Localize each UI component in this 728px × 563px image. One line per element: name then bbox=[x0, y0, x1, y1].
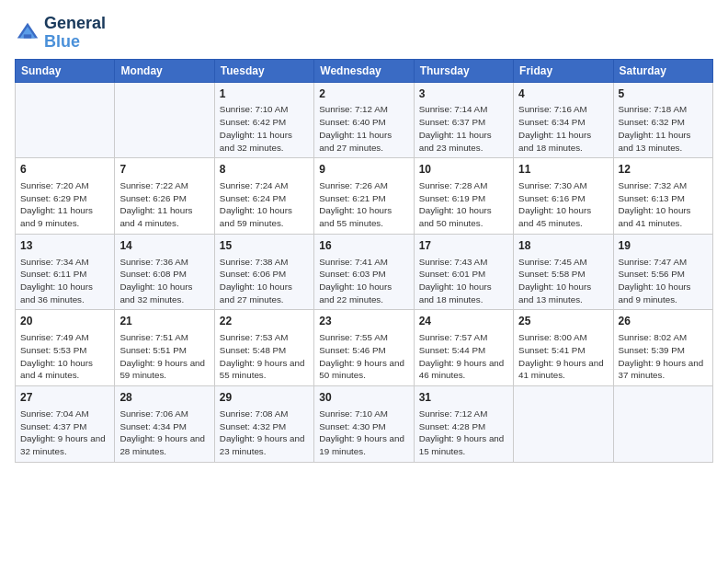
calendar-cell: 14Sunrise: 7:36 AM Sunset: 6:08 PM Dayli… bbox=[115, 234, 214, 310]
calendar-cell: 5Sunrise: 7:18 AM Sunset: 6:32 PM Daylig… bbox=[613, 82, 712, 158]
calendar-cell bbox=[16, 82, 115, 158]
day-detail: Sunrise: 7:43 AM Sunset: 6:01 PM Dayligh… bbox=[419, 256, 508, 306]
day-detail: Sunrise: 7:14 AM Sunset: 6:37 PM Dayligh… bbox=[419, 103, 508, 154]
day-detail: Sunrise: 7:49 AM Sunset: 5:53 PM Dayligh… bbox=[20, 331, 109, 382]
calendar-cell: 30Sunrise: 7:10 AM Sunset: 4:30 PM Dayli… bbox=[314, 386, 414, 463]
day-header-monday: Monday bbox=[115, 59, 214, 82]
day-detail: Sunrise: 8:02 AM Sunset: 5:39 PM Dayligh… bbox=[619, 331, 708, 382]
day-number: 2 bbox=[319, 86, 408, 102]
calendar-cell: 28Sunrise: 7:06 AM Sunset: 4:34 PM Dayli… bbox=[115, 386, 214, 463]
day-number: 1 bbox=[220, 86, 309, 102]
day-number: 8 bbox=[220, 162, 309, 178]
day-detail: Sunrise: 7:16 AM Sunset: 6:34 PM Dayligh… bbox=[518, 103, 608, 154]
day-number: 10 bbox=[419, 162, 508, 178]
calendar-cell: 4Sunrise: 7:16 AM Sunset: 6:34 PM Daylig… bbox=[514, 82, 613, 158]
day-detail: Sunrise: 7:57 AM Sunset: 5:44 PM Dayligh… bbox=[419, 331, 508, 382]
calendar-cell bbox=[613, 386, 712, 463]
calendar-cell: 9Sunrise: 7:26 AM Sunset: 6:21 PM Daylig… bbox=[314, 158, 414, 235]
day-number: 12 bbox=[619, 162, 708, 178]
calendar-cell: 26Sunrise: 8:02 AM Sunset: 5:39 PM Dayli… bbox=[613, 310, 712, 386]
logo-text: General Blue bbox=[44, 15, 106, 52]
calendar-cell: 12Sunrise: 7:32 AM Sunset: 6:13 PM Dayli… bbox=[613, 158, 712, 235]
day-number: 5 bbox=[619, 86, 708, 102]
day-number: 11 bbox=[518, 162, 608, 178]
day-detail: Sunrise: 7:22 AM Sunset: 6:26 PM Dayligh… bbox=[119, 179, 209, 230]
page-header: General Blue bbox=[15, 15, 713, 52]
day-number: 27 bbox=[20, 390, 109, 406]
day-detail: Sunrise: 7:34 AM Sunset: 6:11 PM Dayligh… bbox=[20, 256, 109, 306]
day-number: 24 bbox=[419, 314, 508, 329]
day-number: 3 bbox=[419, 86, 508, 102]
day-number: 21 bbox=[119, 314, 209, 329]
calendar-cell bbox=[514, 386, 613, 463]
calendar-cell: 21Sunrise: 7:51 AM Sunset: 5:51 PM Dayli… bbox=[115, 310, 214, 386]
day-number: 30 bbox=[319, 390, 408, 406]
day-number: 29 bbox=[220, 390, 309, 406]
day-header-thursday: Thursday bbox=[414, 59, 513, 82]
day-number: 28 bbox=[119, 390, 209, 406]
day-number: 25 bbox=[518, 314, 608, 329]
week-row-5: 27Sunrise: 7:04 AM Sunset: 4:37 PM Dayli… bbox=[16, 386, 713, 463]
day-detail: Sunrise: 7:06 AM Sunset: 4:34 PM Dayligh… bbox=[119, 408, 209, 458]
day-detail: Sunrise: 7:47 AM Sunset: 5:56 PM Dayligh… bbox=[619, 256, 708, 306]
svg-rect-2 bbox=[24, 34, 31, 38]
day-detail: Sunrise: 7:26 AM Sunset: 6:21 PM Dayligh… bbox=[319, 179, 408, 230]
day-detail: Sunrise: 7:10 AM Sunset: 4:30 PM Dayligh… bbox=[319, 408, 408, 458]
calendar-cell: 20Sunrise: 7:49 AM Sunset: 5:53 PM Dayli… bbox=[16, 310, 115, 386]
day-number: 7 bbox=[119, 162, 209, 178]
calendar-cell: 31Sunrise: 7:12 AM Sunset: 4:28 PM Dayli… bbox=[414, 386, 513, 463]
calendar-cell: 19Sunrise: 7:47 AM Sunset: 5:56 PM Dayli… bbox=[613, 234, 712, 310]
calendar-cell: 1Sunrise: 7:10 AM Sunset: 6:42 PM Daylig… bbox=[214, 82, 313, 158]
day-number: 13 bbox=[20, 238, 109, 254]
calendar-cell: 17Sunrise: 7:43 AM Sunset: 6:01 PM Dayli… bbox=[414, 234, 513, 310]
day-detail: Sunrise: 7:20 AM Sunset: 6:29 PM Dayligh… bbox=[20, 179, 109, 230]
day-detail: Sunrise: 7:38 AM Sunset: 6:06 PM Dayligh… bbox=[220, 256, 309, 306]
day-header-wednesday: Wednesday bbox=[314, 59, 414, 82]
calendar-cell: 13Sunrise: 7:34 AM Sunset: 6:11 PM Dayli… bbox=[16, 234, 115, 310]
week-row-1: 1Sunrise: 7:10 AM Sunset: 6:42 PM Daylig… bbox=[16, 82, 713, 158]
day-number: 18 bbox=[518, 238, 608, 254]
day-detail: Sunrise: 7:12 AM Sunset: 4:28 PM Dayligh… bbox=[419, 408, 508, 458]
calendar-cell: 16Sunrise: 7:41 AM Sunset: 6:03 PM Dayli… bbox=[314, 234, 414, 310]
calendar-cell: 23Sunrise: 7:55 AM Sunset: 5:46 PM Dayli… bbox=[314, 310, 414, 386]
day-number: 17 bbox=[419, 238, 508, 254]
day-number: 6 bbox=[20, 162, 109, 178]
calendar-cell: 6Sunrise: 7:20 AM Sunset: 6:29 PM Daylig… bbox=[16, 158, 115, 235]
day-detail: Sunrise: 7:12 AM Sunset: 6:40 PM Dayligh… bbox=[319, 103, 408, 154]
day-header-sunday: Sunday bbox=[16, 59, 115, 82]
day-number: 20 bbox=[20, 314, 109, 329]
calendar-cell: 25Sunrise: 8:00 AM Sunset: 5:41 PM Dayli… bbox=[514, 310, 613, 386]
week-row-2: 6Sunrise: 7:20 AM Sunset: 6:29 PM Daylig… bbox=[16, 158, 713, 235]
week-row-3: 13Sunrise: 7:34 AM Sunset: 6:11 PM Dayli… bbox=[16, 234, 713, 310]
header-row: SundayMondayTuesdayWednesdayThursdayFrid… bbox=[16, 59, 713, 82]
day-number: 23 bbox=[319, 314, 408, 329]
day-detail: Sunrise: 7:24 AM Sunset: 6:24 PM Dayligh… bbox=[220, 179, 309, 230]
calendar-cell: 24Sunrise: 7:57 AM Sunset: 5:44 PM Dayli… bbox=[414, 310, 513, 386]
day-header-tuesday: Tuesday bbox=[214, 59, 313, 82]
calendar-cell: 18Sunrise: 7:45 AM Sunset: 5:58 PM Dayli… bbox=[514, 234, 613, 310]
day-number: 15 bbox=[220, 238, 309, 254]
calendar-cell: 22Sunrise: 7:53 AM Sunset: 5:48 PM Dayli… bbox=[214, 310, 313, 386]
calendar-cell: 11Sunrise: 7:30 AM Sunset: 6:16 PM Dayli… bbox=[514, 158, 613, 235]
calendar-cell: 7Sunrise: 7:22 AM Sunset: 6:26 PM Daylig… bbox=[115, 158, 214, 235]
day-detail: Sunrise: 7:55 AM Sunset: 5:46 PM Dayligh… bbox=[319, 331, 408, 382]
day-number: 14 bbox=[119, 238, 209, 254]
calendar-cell: 27Sunrise: 7:04 AM Sunset: 4:37 PM Dayli… bbox=[16, 386, 115, 463]
calendar-cell: 8Sunrise: 7:24 AM Sunset: 6:24 PM Daylig… bbox=[214, 158, 313, 235]
day-header-saturday: Saturday bbox=[613, 59, 712, 82]
day-detail: Sunrise: 7:08 AM Sunset: 4:32 PM Dayligh… bbox=[220, 408, 309, 458]
day-detail: Sunrise: 7:18 AM Sunset: 6:32 PM Dayligh… bbox=[619, 103, 708, 154]
day-detail: Sunrise: 7:30 AM Sunset: 6:16 PM Dayligh… bbox=[518, 179, 608, 230]
logo: General Blue bbox=[15, 15, 106, 52]
day-detail: Sunrise: 7:04 AM Sunset: 4:37 PM Dayligh… bbox=[20, 408, 109, 458]
day-detail: Sunrise: 7:45 AM Sunset: 5:58 PM Dayligh… bbox=[518, 256, 608, 306]
calendar-cell: 29Sunrise: 7:08 AM Sunset: 4:32 PM Dayli… bbox=[214, 386, 313, 463]
day-number: 4 bbox=[518, 86, 608, 102]
calendar-cell: 15Sunrise: 7:38 AM Sunset: 6:06 PM Dayli… bbox=[214, 234, 313, 310]
calendar-table: SundayMondayTuesdayWednesdayThursdayFrid… bbox=[15, 59, 713, 463]
day-number: 31 bbox=[419, 390, 508, 406]
day-detail: Sunrise: 7:28 AM Sunset: 6:19 PM Dayligh… bbox=[419, 179, 508, 230]
day-detail: Sunrise: 7:51 AM Sunset: 5:51 PM Dayligh… bbox=[119, 331, 209, 382]
week-row-4: 20Sunrise: 7:49 AM Sunset: 5:53 PM Dayli… bbox=[16, 310, 713, 386]
day-detail: Sunrise: 7:41 AM Sunset: 6:03 PM Dayligh… bbox=[319, 256, 408, 306]
